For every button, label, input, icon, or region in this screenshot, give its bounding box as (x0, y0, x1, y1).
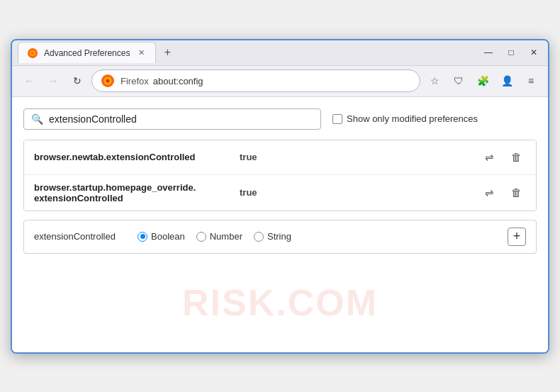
window-close-button[interactable]: ✕ (525, 44, 542, 61)
tab-strip: Advanced Preferences ✕ + (18, 42, 480, 63)
person-icon: 👤 (501, 75, 513, 86)
radio-string[interactable]: String (254, 231, 291, 242)
bookmark-star-button[interactable]: ☆ (425, 71, 444, 91)
forward-button[interactable]: → (43, 71, 63, 91)
radio-string-circle (254, 232, 264, 242)
trash-icon-2: 🗑 (511, 186, 522, 198)
add-pref-button[interactable]: + (508, 228, 526, 246)
new-pref-name: extensionControlled (34, 231, 126, 242)
toggle-button-1[interactable]: ⇌ (479, 147, 499, 167)
search-input-box[interactable]: 🔍 (23, 108, 321, 130)
tab-label: Advanced Preferences (44, 48, 130, 58)
watermark: RISK.COM (182, 281, 378, 324)
delete-button-2[interactable]: 🗑 (506, 183, 526, 203)
search-icon: 🔍 (31, 113, 43, 125)
minimize-button[interactable]: — (480, 44, 497, 61)
row-1-actions: ⇌ 🗑 (479, 147, 526, 167)
restore-button[interactable]: □ (503, 44, 520, 61)
radio-boolean[interactable]: Boolean (138, 231, 185, 242)
firefox-tab-icon (27, 47, 38, 59)
browser-window: Advanced Preferences ✕ + — □ ✕ ← → ↻ Fir… (11, 39, 549, 354)
show-modified-wrapper: Show only modified preferences (332, 113, 478, 124)
shield-button[interactable]: 🛡 (449, 71, 469, 91)
star-icon: ☆ (430, 75, 439, 86)
table-row: browser.newtab.extensionControlled true … (24, 140, 536, 175)
radio-boolean-label: Boolean (151, 231, 185, 242)
pref-name-1: browser.newtab.extensionControlled (34, 152, 233, 162)
arrows-icon-2: ⇌ (485, 186, 494, 199)
profile-button[interactable]: 👤 (497, 71, 517, 91)
window-controls: — □ ✕ (480, 44, 542, 61)
radio-boolean-circle (138, 232, 147, 242)
toolbar-icons: ☆ 🛡 🧩 👤 ≡ (425, 71, 541, 91)
browser-name-label: Firefox (121, 76, 149, 86)
pref-name-2-wrapper: browser.startup.homepage_override. exten… (34, 182, 233, 203)
table-row: browser.startup.homepage_override. exten… (24, 175, 536, 211)
active-tab[interactable]: Advanced Preferences ✕ (18, 42, 156, 63)
title-bar: Advanced Preferences ✕ + — □ ✕ (12, 40, 548, 66)
extension-button[interactable]: 🧩 (473, 71, 493, 91)
svg-point-5 (106, 79, 110, 83)
tab-close-button[interactable]: ✕ (135, 47, 147, 59)
add-preference-row: extensionControlled Boolean Number Strin… (23, 220, 537, 254)
firefox-logo-icon (101, 74, 115, 88)
trash-icon-1: 🗑 (511, 151, 522, 163)
page-content: 🔍 Show only modified preferences browser… (12, 97, 548, 352)
show-modified-checkbox[interactable] (332, 114, 342, 124)
radio-number-label: Number (210, 231, 242, 242)
row-2-actions: ⇌ 🗑 (479, 183, 526, 203)
address-bar[interactable]: Firefox about:config (91, 69, 420, 92)
toolbar: ← → ↻ Firefox about:config ☆ 🛡 🧩 (12, 66, 548, 97)
pref-name-2b: extensionControlled (34, 193, 233, 203)
pref-name-2a: browser.startup.homepage_override. (34, 182, 233, 193)
menu-button[interactable]: ≡ (521, 71, 541, 91)
reload-button[interactable]: ↻ (67, 71, 87, 91)
radio-number[interactable]: Number (196, 231, 242, 242)
radio-number-circle (196, 232, 206, 242)
new-tab-button[interactable]: + (159, 44, 176, 61)
svg-point-2 (31, 52, 34, 55)
type-radio-group: Boolean Number String (138, 231, 496, 242)
back-button[interactable]: ← (19, 71, 39, 91)
arrows-icon-1: ⇌ (485, 151, 494, 164)
search-bar-wrapper: 🔍 Show only modified preferences (23, 108, 537, 130)
shield-icon: 🛡 (454, 75, 464, 86)
show-modified-label: Show only modified preferences (347, 113, 478, 124)
radio-string-label: String (267, 231, 291, 242)
pref-value-1: true (240, 152, 472, 162)
pref-value-2: true (240, 187, 472, 198)
address-text[interactable]: about:config (153, 76, 413, 86)
delete-button-1[interactable]: 🗑 (506, 147, 526, 167)
puzzle-icon: 🧩 (477, 75, 489, 86)
results-table: browser.newtab.extensionControlled true … (23, 140, 537, 211)
toggle-button-2[interactable]: ⇌ (479, 183, 499, 203)
hamburger-icon: ≡ (528, 75, 534, 86)
search-input[interactable] (49, 113, 313, 125)
